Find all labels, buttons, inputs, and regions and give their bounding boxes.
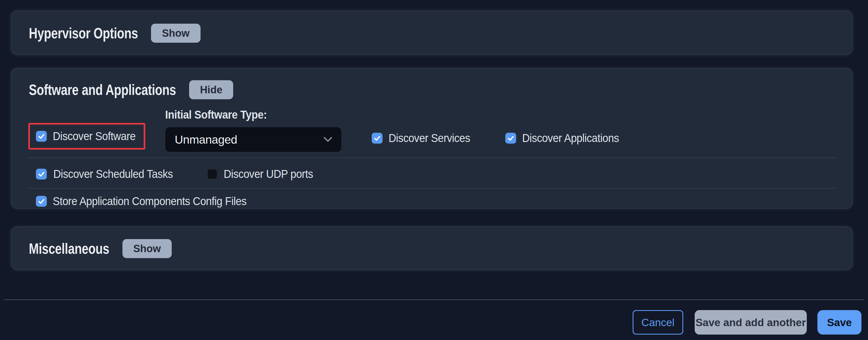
- discover-applications-checkbox-group[interactable]: Discover Applications: [505, 132, 627, 144]
- page: { "sections": { "hypervisor": { "title":…: [0, 0, 868, 340]
- divider: [29, 157, 836, 158]
- section-title-software-and-applications: Software and Applications: [29, 83, 176, 97]
- discover-applications-label: Discover Applications: [522, 132, 619, 144]
- store-application-components-config-files-checkbox-group[interactable]: Store Application Components Config File…: [36, 195, 264, 207]
- store-application-components-config-files-checkbox[interactable]: [36, 196, 47, 207]
- discover-software-checkbox[interactable]: [36, 131, 47, 142]
- initial-software-type-select[interactable]: Unmanaged: [165, 127, 341, 152]
- hypervisor-card-header: Hypervisor Options Show: [29, 23, 200, 43]
- discover-scheduled-tasks-label: Discover Scheduled Tasks: [53, 168, 173, 180]
- store-application-components-config-files-label: Store Application Components Config File…: [53, 195, 247, 207]
- save-and-add-another-button[interactable]: Save and add another: [695, 310, 807, 335]
- store-config-row: Store Application Components Config File…: [36, 195, 264, 207]
- initial-software-type-label: Initial Software Type:: [165, 108, 276, 121]
- discover-software-label: Discover Software: [53, 130, 135, 142]
- discover-applications-checkbox[interactable]: [505, 133, 516, 144]
- cancel-button[interactable]: Cancel: [632, 310, 683, 335]
- discover-udp-ports-checkbox[interactable]: [207, 168, 218, 180]
- discover-udp-ports-label: Discover UDP ports: [224, 168, 313, 180]
- footer-divider: [3, 300, 865, 300]
- miscellaneous-card-header: Miscellaneous Show: [29, 239, 172, 258]
- scheduled-tasks-row: Discover Scheduled Tasks Discover UDP po…: [36, 168, 321, 180]
- initial-software-type-value: Unmanaged: [175, 133, 237, 146]
- check-icon: [37, 132, 45, 141]
- check-icon: [373, 134, 381, 142]
- software-card-header: Software and Applications Hide: [29, 80, 233, 99]
- software-hide-button[interactable]: Hide: [189, 80, 233, 99]
- hypervisor-show-button[interactable]: Show: [151, 24, 200, 43]
- save-button[interactable]: Save: [817, 310, 862, 335]
- discover-scheduled-tasks-checkbox[interactable]: [36, 168, 47, 180]
- section-card-miscellaneous: Miscellaneous Show: [11, 226, 853, 270]
- discover-services-checkbox[interactable]: [372, 133, 382, 144]
- section-card-hypervisor-options: Hypervisor Options Show: [11, 10, 853, 55]
- discover-scheduled-tasks-checkbox-group[interactable]: Discover Scheduled Tasks: [36, 168, 207, 180]
- check-icon: [507, 134, 515, 142]
- discover-services-label: Discover Services: [389, 132, 470, 144]
- discover-software-highlight-box[interactable]: Discover Software: [28, 123, 145, 150]
- section-title-miscellaneous: Miscellaneous: [29, 241, 110, 256]
- discover-udp-ports-checkbox-group[interactable]: Discover UDP ports: [207, 168, 321, 180]
- discover-services-checkbox-group[interactable]: Discover Services: [372, 132, 477, 144]
- divider: [29, 188, 836, 188]
- chevron-down-icon: [323, 136, 333, 143]
- check-icon: [37, 197, 45, 205]
- section-card-software-and-applications: Software and Applications Hide Initial S…: [11, 68, 853, 209]
- section-title-hypervisor-options: Hypervisor Options: [29, 26, 138, 41]
- check-icon: [37, 170, 45, 178]
- miscellaneous-show-button[interactable]: Show: [122, 239, 172, 258]
